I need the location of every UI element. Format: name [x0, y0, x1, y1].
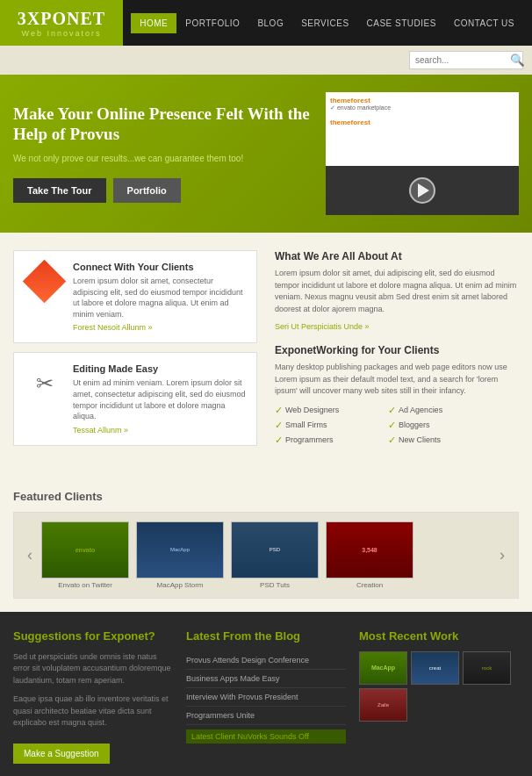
thumb-envato: envato [41, 521, 129, 578]
carousel-item-4: 3,548 Creation [326, 521, 413, 589]
blog-link-2-anchor[interactable]: Business Apps Made Easy [186, 674, 346, 683]
features-left: Connect With Your Clients Lorem ipsum do… [13, 250, 257, 459]
feature-connect-body: Lorem ipsum dolor sit amet, consectetur … [73, 276, 246, 320]
feature-connect: Connect With Your Clients Lorem ipsum do… [13, 250, 257, 343]
search-input[interactable] [410, 52, 507, 68]
carousel: ‹ envato Envato on Twitter MacApp MacApp… [13, 512, 519, 599]
carousel-prev[interactable]: ‹ [23, 546, 37, 564]
client-label-6: New Clients [399, 435, 441, 444]
feature-connect-link[interactable]: Forest Nesoit Allunm » [73, 323, 153, 332]
nav-home[interactable]: HOME [131, 13, 176, 33]
nav-contact[interactable]: CONTACT US [445, 13, 523, 33]
blog-links: Provus Attends Design Conference Busines… [186, 651, 346, 748]
clients-grid: ✓Web Designers ✓Ad Agencies ✓Small Firms… [275, 405, 519, 446]
logo-text: 3XPONET [18, 9, 105, 29]
carousel-item-3: PSD PSD Tuts [231, 521, 319, 589]
footer-suggestions-body2: Eaque ipsa quae ab illo inventore verita… [13, 693, 173, 729]
feature-connect-text: Connect With Your Clients Lorem ipsum do… [73, 262, 246, 332]
thumb-creation: 3,548 [326, 521, 413, 578]
carousel-label-3: PSD Tuts [231, 581, 319, 589]
feature-editing-title: Editing Made Easy [73, 363, 246, 374]
feature-editing-text: Editing Made Easy Ut enim ad minim venia… [73, 363, 246, 434]
thumb-label-2: MacApp [170, 547, 190, 552]
blog-link-5-anchor[interactable]: Latest Client NuVorks Sounds Off [186, 729, 346, 744]
check-icon-6: ✓ [388, 435, 396, 446]
hero-left: Make Your Online Presence Felt With the … [13, 104, 313, 204]
thumb-psd: PSD [231, 521, 319, 578]
take-tour-button[interactable]: Take The Tour [13, 178, 106, 203]
thumb-label: envato [75, 547, 96, 553]
feature-editing-link[interactable]: Tessat Allunm » [73, 426, 128, 435]
search-bar: 🔍 [0, 46, 532, 75]
features-right: What We Are All About At Lorem ipsum dol… [275, 250, 519, 459]
featured-title: Featured Clients [13, 490, 519, 503]
hero-section: Make Your Online Presence Felt With the … [0, 75, 532, 233]
screen-top: themeforest ✓ envato marketplace themefo… [326, 92, 519, 166]
footer-work-title: Most Recent Work [359, 629, 519, 643]
hero-title: Make Your Online Presence Felt With the … [13, 104, 313, 145]
check-icon: ✓ [275, 405, 283, 416]
client-web-designers: ✓Web Designers [275, 405, 385, 416]
check-icon-3: ✓ [275, 420, 283, 431]
client-ad-agencies: ✓Ad Agencies [388, 405, 498, 416]
client-label-3: Small Firms [285, 420, 327, 429]
blog-link-5: Latest Client NuVorks Sounds Off [186, 725, 346, 748]
carousel-next[interactable]: › [495, 546, 509, 564]
hero-video: themeforest ✓ envato marketplace themefo… [326, 92, 519, 215]
blog-link-1: Provus Attends Design Conference [186, 651, 346, 670]
nav-case-studies[interactable]: CASE STUDIES [358, 13, 445, 33]
footer-suggestions-body1: Sed ut perspiciatis unde omnis iste natu… [13, 651, 173, 687]
logo: 3XPONET Web Innovators [0, 0, 123, 46]
blog-link-4-anchor[interactable]: Programmers Unite [186, 711, 346, 720]
blog-link-1-anchor[interactable]: Provus Attends Design Conference [186, 656, 346, 665]
feature-connect-title: Connect With Your Clients [73, 262, 246, 272]
logo-sub: Web Innovators [22, 29, 102, 38]
hero-buttons: Take The Tour Portfolio [13, 178, 313, 203]
footer-suggestions-title: Suggestions for Exponet? [13, 629, 173, 643]
exponet-working-title: ExponetWorking for Your Clients [275, 344, 519, 356]
carousel-items: envato Envato on Twitter MacApp MacApp S… [41, 521, 491, 589]
section-exponet-working: ExponetWorking for Your Clients Many des… [275, 344, 519, 446]
screen-brand1: themeforest [330, 97, 514, 104]
connect-icon [25, 262, 64, 301]
footer-suggestions: Suggestions for Exponet? Sed ut perspici… [13, 629, 173, 764]
portfolio-button[interactable]: Portfolio [113, 178, 181, 203]
exponet-working-body: Many desktop publishing packages and web… [275, 362, 519, 398]
suggest-button[interactable]: Make a Suggestion [13, 744, 110, 764]
work-thumb-3: rock [463, 651, 511, 685]
blog-link-4: Programmers Unite [186, 707, 346, 725]
what-we-do-link[interactable]: Seri Ut Perspiciatis Unde » [275, 322, 370, 331]
client-programmers: ✓Programmers [275, 435, 385, 446]
play-icon [418, 183, 429, 198]
what-we-do-title: What We Are All About At [275, 250, 519, 262]
hero-subtitle: We not only prove our results...we can g… [13, 153, 313, 165]
thumb-label-3: PSD [270, 547, 280, 552]
carousel-item-1: envato Envato on Twitter [41, 521, 129, 589]
check-icon-5: ✓ [275, 435, 283, 446]
work-thumb-1: MacApp [359, 651, 407, 685]
screen-bottom [326, 166, 519, 215]
footer-blog-title: Latest From the Blog [186, 629, 346, 643]
play-button[interactable] [409, 177, 435, 204]
main-nav: HOME PORTFOLIO BLOG SERVICES CASE STUDIE… [131, 13, 523, 33]
nav-blog[interactable]: BLOG [248, 13, 292, 33]
thumb-label-4: 3,548 [362, 547, 377, 553]
what-we-do-body: Lorem ipsum dolor sit amet, dui adipisci… [275, 268, 519, 315]
blog-link-3-anchor[interactable]: Interview With Provus President [186, 693, 346, 701]
footer-top: Suggestions for Exponet? Sed ut perspici… [0, 612, 532, 777]
client-label-4: Bloggers [399, 420, 430, 429]
features-section: Connect With Your Clients Lorem ipsum do… [0, 233, 532, 477]
screen-brand3: themeforest [330, 119, 514, 126]
blog-link-3: Interview With Provus President [186, 688, 346, 707]
carousel-label-2: MacApp Storm [136, 581, 224, 589]
nav-portfolio[interactable]: PORTFOLIO [176, 13, 248, 33]
featured-section: Featured Clients ‹ envato Envato on Twit… [0, 477, 532, 612]
search-button[interactable]: 🔍 [507, 52, 528, 68]
nav-services[interactable]: SERVICES [292, 13, 357, 33]
work-thumb-2: creat [411, 651, 459, 685]
footer-blog: Latest From the Blog Provus Attends Desi… [186, 629, 346, 764]
carousel-label-1: Envato on Twitter [41, 581, 129, 589]
blog-link-2: Business Apps Made Easy [186, 670, 346, 688]
thumb-macapp: MacApp [136, 521, 224, 578]
work-grid: MacApp creat rock Zaile [359, 651, 519, 722]
